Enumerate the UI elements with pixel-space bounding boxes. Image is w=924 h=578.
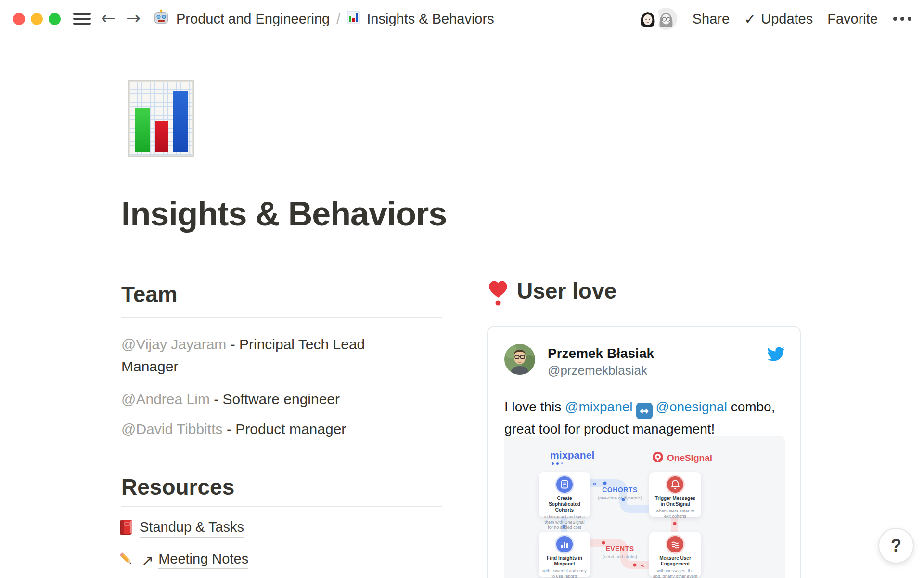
cohorts-label-group: COHORTS (one-time or dynamic) [591, 486, 649, 500]
line-chart-icon [667, 536, 683, 552]
open-in-arrow-icon: ↗ [141, 552, 154, 569]
check-icon: ✓ [744, 11, 756, 27]
minimize-window-button[interactable] [31, 13, 43, 25]
onesignal-logo: OneSignal [652, 451, 712, 465]
diagram-card-create-cohorts: Create Sophisticated Cohorts in Mixpanel… [539, 472, 590, 517]
bell-icon [667, 476, 683, 493]
page-title: Insights & Behaviors [121, 195, 447, 233]
member-role: - Product manager [227, 421, 346, 437]
tweet-embed-card: Przemek Błasiak @przemekblasiak I love t… [487, 326, 801, 578]
mention-david-tibbitts[interactable]: @David Tibbitts [121, 421, 223, 437]
diagram-card-find-insights: Find Insights in Mixpanel with powerful … [539, 532, 590, 577]
team-member: @David Tibbitts - Product manager [121, 418, 410, 440]
resources-heading: Resources [121, 474, 234, 500]
green-bar [135, 108, 150, 152]
page-link-label: Standup & Tasks [140, 519, 244, 538]
bar-chart-icon [556, 536, 573, 552]
breadcrumb-separator: / [336, 11, 340, 27]
breadcrumb-workspace[interactable]: Product and Engineering [176, 11, 330, 27]
favorite-button[interactable]: Favorite [827, 11, 878, 27]
diagram-card-trigger-messages: Trigger Messages in OneSignal when users… [649, 472, 701, 517]
close-window-button[interactable] [13, 13, 25, 25]
tweet-image-mixpanel-onesignal-diagram[interactable]: mixpanel OneSignal » [504, 436, 785, 578]
divider [121, 506, 442, 507]
page-icon-bar-chart[interactable] [129, 81, 193, 156]
tweet-author-avatar[interactable] [504, 344, 535, 375]
bar-chart-icon [347, 11, 360, 27]
heart-exclamation-icon [488, 278, 508, 309]
twitter-bird-icon[interactable] [767, 347, 784, 361]
tweet-link-onesignal[interactable]: @onesignal [656, 399, 727, 414]
tweet-author-handle[interactable]: @przemekblasiak [548, 363, 647, 378]
svg-text:«: « [641, 562, 644, 569]
pencil-icon [118, 551, 135, 569]
tweet-author-name[interactable]: Przemek Błasiak [548, 346, 654, 361]
back-button[interactable]: ← [101, 8, 116, 28]
mixpanel-logo: mixpanel [550, 449, 595, 465]
page-link-meeting-notes[interactable]: ↗ Meeting Notes [118, 551, 248, 569]
updates-button[interactable]: ✓ Updates [744, 11, 813, 27]
onesignal-mark-icon [652, 451, 664, 465]
breadcrumb-page[interactable]: Insights & Behaviors [367, 11, 494, 27]
avatar [637, 8, 659, 30]
breadcrumb: Product and Engineering / Insights & Beh… [153, 0, 494, 38]
tweet-text: I love this @mixpanel↔@onesignal combo, … [504, 397, 788, 439]
divider [121, 317, 442, 318]
presence-avatars[interactable] [637, 7, 678, 30]
member-role: - Software engineer [214, 391, 340, 407]
red-book-icon [118, 519, 133, 538]
page-link-standup-tasks[interactable]: Standup & Tasks [118, 519, 244, 538]
tweet-link-mixpanel[interactable]: @mixpanel [565, 399, 632, 414]
user-love-label: User love [517, 278, 616, 303]
team-member: @Vijay Jayaram - Principal Tech Lead Man… [121, 333, 410, 378]
updates-label: Updates [761, 11, 813, 27]
mention-andrea-lim[interactable]: @Andrea Lim [121, 391, 210, 407]
document-icon [556, 476, 573, 493]
user-love-heading: User love [488, 278, 616, 309]
team-heading: Team [121, 281, 178, 307]
robot-icon [153, 9, 169, 29]
left-right-arrow-emoji: ↔ [636, 403, 653, 419]
forward-button[interactable]: → [126, 8, 141, 28]
topbar-actions: Share ✓ Updates Favorite [637, 0, 912, 38]
window-titlebar: ← → Product and Engineering / [0, 0, 924, 38]
team-member: @Andrea Lim - Software engineer [121, 388, 410, 410]
tweet-text-segment: I love this [504, 399, 565, 414]
blue-bar [173, 91, 187, 152]
maximize-window-button[interactable] [49, 13, 61, 25]
diagram-card-measure-engagement: Measure User Engagement with messages, t… [649, 532, 701, 577]
share-button[interactable]: Share [693, 11, 730, 27]
more-options-button[interactable] [892, 14, 912, 24]
page-link-label: Meeting Notes [158, 551, 248, 569]
red-bar [155, 121, 168, 153]
sidebar-menu-button[interactable] [73, 13, 91, 25]
mention-vijay-jayaram[interactable]: @Vijay Jayaram [121, 336, 226, 352]
help-button[interactable]: ? [878, 528, 914, 564]
events-label-group: EVENTS (send and clicks) [591, 545, 649, 559]
